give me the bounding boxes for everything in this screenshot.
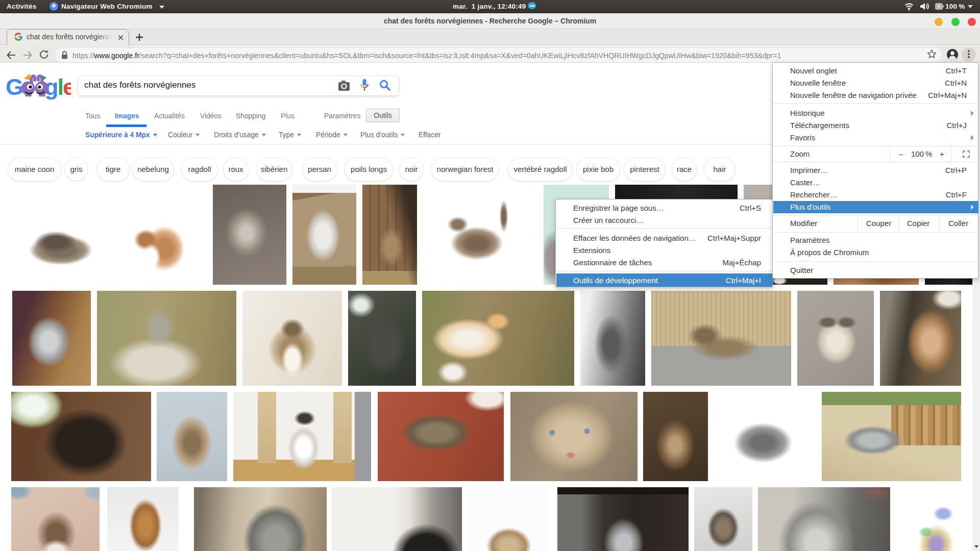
svg-text:G: G	[6, 74, 23, 100]
